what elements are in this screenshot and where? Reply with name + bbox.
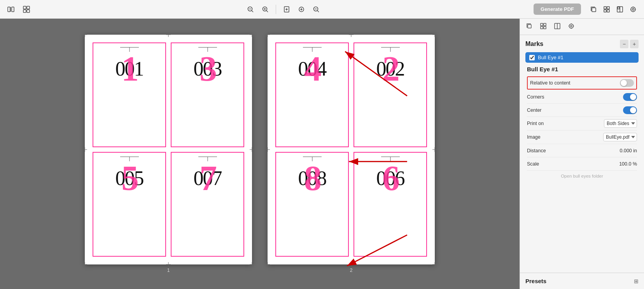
card-2-pink-num: 3 <box>200 49 215 89</box>
page-1-label: 1 <box>167 268 170 273</box>
bull-eye-checkbox[interactable] <box>529 55 535 60</box>
svg-rect-42 <box>541 23 543 26</box>
presets-header: Presets ⊞ <box>525 278 639 284</box>
card-4-pink-num: 7 <box>200 158 215 198</box>
reg-cross-right <box>250 147 254 152</box>
svg-rect-5 <box>23 10 26 12</box>
bull-eye-settings-title: Bull Eye #1 <box>527 66 637 72</box>
right-panel: Marks − + Bull Eye #1 Bull Eye #1 Relati… <box>520 19 644 289</box>
card-4: 007 7 <box>171 152 244 257</box>
open-folder-link[interactable]: Open bull eyes folder <box>527 171 637 182</box>
zoom-out-button[interactable] <box>245 4 256 14</box>
svg-line-11 <box>266 11 268 12</box>
svg-point-49 <box>570 25 572 27</box>
marks-section: Marks − + Bull Eye #1 Bull Eye #1 Relati… <box>520 35 644 186</box>
split-grid-button[interactable] <box>614 4 626 15</box>
card-6-pink-num: 2 <box>382 49 398 89</box>
reg-cross-top <box>166 32 171 37</box>
center-row: Center <box>527 104 637 117</box>
fit-width-button[interactable] <box>296 4 307 14</box>
right-panel-icons <box>587 4 639 15</box>
marks-section-header: Marks − + <box>525 40 639 48</box>
svg-rect-30 <box>618 7 620 9</box>
card-8-number: 006 6 <box>354 167 426 190</box>
page-2-cards-grid: 004 4 002 2 <box>268 35 435 264</box>
card-3-pink-num: 5 <box>121 158 137 198</box>
zoom-in-button[interactable] <box>259 4 271 14</box>
page2-reg-cross-bottom <box>349 262 354 267</box>
page-1-cards-grid: 001 1 003 3 <box>85 35 252 264</box>
svg-point-31 <box>631 7 635 12</box>
corners-toggle[interactable] <box>623 93 637 101</box>
target-button[interactable] <box>627 4 639 15</box>
page-2-container: 004 4 002 2 <box>268 35 435 273</box>
svg-point-48 <box>569 24 574 28</box>
generate-pdf-button[interactable]: Generate PDF <box>534 4 581 15</box>
zoom-fit-button[interactable] <box>310 4 322 14</box>
svg-rect-45 <box>544 26 546 29</box>
relative-to-content-toggle[interactable] <box>620 79 634 87</box>
image-select[interactable]: BullEye.pdf <box>603 133 637 141</box>
card-5-number: 004 4 <box>276 57 348 80</box>
panel-grid4-icon-button[interactable] <box>537 21 550 32</box>
page2-reg-cross-left <box>265 147 270 152</box>
page-1: 001 1 003 3 <box>85 35 252 264</box>
distance-value: 0.000 in <box>620 148 637 153</box>
card-7: 008 8 <box>275 152 349 257</box>
layout-icon-1[interactable] <box>5 4 17 15</box>
image-row: Image BullEye.pdf <box>527 130 637 144</box>
main-content: 001 1 003 3 <box>0 19 644 289</box>
presets-title: Presets <box>525 278 546 284</box>
page-2-label: 2 <box>350 268 353 273</box>
card-6-number: 002 2 <box>354 57 426 80</box>
marks-title: Marks <box>525 41 543 48</box>
layout-icon-2[interactable] <box>20 4 33 15</box>
panel-target-icon-button[interactable] <box>565 21 578 32</box>
svg-point-32 <box>632 8 634 10</box>
bull-eye-item[interactable]: Bull Eye #1 <box>525 52 639 63</box>
image-label: Image <box>527 134 541 140</box>
marks-minus-button[interactable]: − <box>620 40 628 48</box>
svg-rect-27 <box>607 10 609 12</box>
presets-grid-icon[interactable]: ⊞ <box>634 278 639 284</box>
svg-rect-3 <box>23 6 26 9</box>
fit-page-button[interactable] <box>281 4 292 14</box>
copy-layout-button[interactable] <box>587 4 600 15</box>
canvas-area[interactable]: 001 1 003 3 <box>0 19 520 289</box>
card-5-pink-num: 4 <box>304 49 320 89</box>
reg-cross-left <box>82 147 87 152</box>
scale-row: Scale 100.0 % <box>527 157 637 171</box>
grid4-button[interactable] <box>600 4 613 15</box>
page2-reg-cross-bl <box>265 262 270 267</box>
center-label: Center <box>527 107 542 113</box>
corners-label: Corners <box>527 94 544 100</box>
arrows-overlay <box>0 19 520 289</box>
panel-copy-icon-button[interactable] <box>523 21 536 32</box>
relative-to-content-label: Relative to content <box>530 80 570 86</box>
page2-reg-cross-top <box>349 32 354 37</box>
print-on-label: Print on <box>527 121 544 126</box>
distance-label: Distance <box>527 148 546 153</box>
page2-reg-cross-br <box>432 262 437 267</box>
panel-split-icon-button[interactable] <box>551 21 564 32</box>
card-1-pink-num: 1 <box>121 49 137 89</box>
svg-line-8 <box>252 11 253 12</box>
card-1: 001 1 <box>93 42 166 147</box>
svg-rect-23 <box>592 8 596 12</box>
card-6: 002 2 <box>354 42 427 147</box>
scale-label: Scale <box>527 161 539 167</box>
marks-plus-button[interactable]: + <box>630 40 639 48</box>
reg-cross-tl <box>82 32 87 37</box>
svg-rect-25 <box>607 7 609 9</box>
svg-rect-6 <box>27 10 30 12</box>
print-on-select[interactable]: Both Sides Front Only Back Only <box>604 119 637 128</box>
svg-rect-44 <box>541 26 543 29</box>
panel-top-icons <box>520 19 644 35</box>
reg-cross-tr <box>250 32 254 37</box>
corners-row: Corners <box>527 90 637 104</box>
card-4-number: 007 7 <box>172 167 243 190</box>
card-2: 003 3 <box>171 42 244 147</box>
center-toggle[interactable] <box>623 106 637 114</box>
page-2: 004 4 002 2 <box>268 35 435 264</box>
bull-eye-item-label: Bull Eye #1 <box>538 55 635 60</box>
